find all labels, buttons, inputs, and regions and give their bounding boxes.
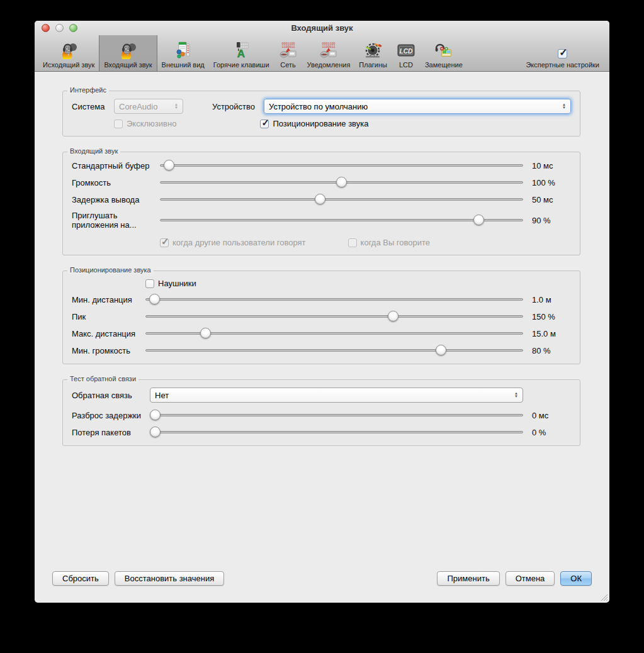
resize-grip[interactable]: [599, 593, 607, 601]
headphones-checkbox[interactable]: Наушники: [145, 279, 196, 288]
toolbar-item-network[interactable]: 0001100 1100011 Сеть: [274, 35, 303, 71]
max-distance-slider[interactable]: [145, 328, 523, 339]
toolbar-item-label: Сеть: [280, 61, 295, 69]
slider-label: Громкость: [72, 178, 160, 187]
device-select-value: Устройство по умолчанию: [269, 102, 368, 111]
window-header: Входящий звук: [35, 21, 609, 72]
expert-settings-checkbox[interactable]: [558, 49, 567, 59]
ok-button[interactable]: ОК: [560, 571, 592, 586]
overlay-icon: [434, 40, 454, 60]
slider-label: Мин. громкость: [72, 346, 145, 355]
slider-knob[interactable]: [388, 311, 398, 321]
group-interface: Интерфейс Система CoreAudio ▲▼ Устройств…: [62, 79, 580, 137]
toolbar-item-label: Горячие клавиши: [213, 61, 269, 69]
shortcuts-icon: A: [231, 40, 251, 60]
audio-output-icon: [59, 40, 79, 60]
toolbar-item-appearance[interactable]: Внешний вид: [157, 35, 209, 71]
device-select[interactable]: Устройство по умолчанию ▲▼: [264, 99, 571, 114]
slider-track[interactable]: [145, 349, 523, 352]
volume-slider[interactable]: [160, 177, 523, 188]
slider-knob[interactable]: [436, 345, 446, 355]
plugins-icon: [363, 40, 383, 60]
feedback-select[interactable]: Нет ▲▼: [150, 388, 523, 403]
close-button[interactable]: [42, 24, 50, 32]
group-title: Тест обратной связи: [67, 375, 138, 382]
toolbar-item-audio-input[interactable]: Входящий звук: [99, 35, 157, 71]
toolbar-item-messages[interactable]: 0001100 1100011 Уведомления: [303, 35, 355, 71]
min-volume-slider[interactable]: [145, 345, 523, 356]
toolbar-item-overlay[interactable]: Замещение: [421, 35, 467, 71]
slider-value: 15.0 м: [532, 329, 571, 338]
slider-knob[interactable]: [473, 215, 484, 225]
output-delay-slider[interactable]: [160, 194, 523, 205]
lcd-icon: LCD: [396, 40, 416, 60]
slider-knob[interactable]: [336, 177, 347, 187]
reset-button[interactable]: Сбросить: [52, 571, 109, 586]
slider-knob[interactable]: [150, 410, 161, 420]
packet-loss-slider[interactable]: [150, 427, 523, 438]
toolbar-item-plugins[interactable]: Плагины: [354, 35, 392, 71]
exclusive-checkbox[interactable]: Эксклюзивно: [114, 119, 176, 128]
zoom-button[interactable]: [69, 24, 77, 32]
expert-settings-toggle[interactable]: Экспертные настройки: [519, 35, 606, 71]
toolbar-item-label: LCD: [399, 61, 413, 69]
toolbar-item-shortcuts[interactable]: A Горячие клавиши: [209, 35, 274, 71]
toolbar-item-label: Плагины: [359, 61, 387, 69]
toolbar-item-label: Замещение: [425, 61, 463, 69]
delay-variance-slider[interactable]: [150, 410, 523, 421]
toolbar-item-lcd[interactable]: LCD LCD: [392, 35, 421, 71]
slider-value: 1.0 м: [532, 295, 571, 304]
apply-button[interactable]: Применить: [437, 571, 499, 586]
group-title: Интерфейс: [67, 86, 109, 94]
bloom-slider[interactable]: [145, 311, 523, 322]
appearance-icon: [173, 40, 193, 60]
slider-value: 0 %: [532, 428, 571, 437]
slider-knob[interactable]: [149, 294, 160, 304]
slider-value: 80 %: [532, 346, 571, 355]
slider-track[interactable]: [150, 414, 523, 416]
slider-label: Стандартный буфер: [72, 161, 160, 170]
positional-audio-checkbox[interactable]: Позиционирование звука: [260, 119, 368, 128]
slider-value: 100 %: [532, 178, 571, 187]
attenuate-others-talk-checkbox[interactable]: когда другие пользователи говорят: [160, 238, 306, 247]
audio-input-icon: [118, 40, 138, 60]
checkbox-box: [348, 238, 357, 247]
attenuate-apps-slider[interactable]: [160, 215, 523, 226]
attenuate-you-talk-checkbox[interactable]: когда Вы говорите: [348, 238, 430, 247]
slider-track[interactable]: [160, 198, 523, 201]
dialog-buttons: Сбросить Восстановить значения Применить…: [52, 571, 592, 586]
feedback-label: Обратная связь: [72, 391, 150, 400]
min-distance-slider[interactable]: [145, 294, 523, 305]
checkbox-box: [160, 238, 169, 247]
slider-track[interactable]: [160, 164, 523, 167]
toolbar-item-audio-output[interactable]: Исходящий звук: [38, 35, 99, 71]
minimize-button[interactable]: [55, 24, 64, 32]
slider-track[interactable]: [145, 298, 523, 301]
attenuate-others-talk-label: когда другие пользователи говорят: [172, 238, 306, 247]
system-select-value: CoreAudio: [119, 102, 157, 111]
exclusive-label: Эксклюзивно: [127, 119, 176, 128]
slider-track[interactable]: [150, 431, 523, 433]
titlebar: Входящий звук: [35, 21, 609, 35]
slider-knob[interactable]: [150, 427, 161, 437]
slider-label: Приглушать приложения на...: [72, 211, 160, 230]
combo-arrows-icon: ▲▼: [509, 392, 518, 398]
slider-knob[interactable]: [200, 328, 211, 338]
toolbar-item-label: Уведомления: [307, 61, 351, 69]
expert-settings-label: Экспертные настройки: [526, 61, 599, 69]
restore-defaults-button[interactable]: Восстановить значения: [115, 571, 224, 586]
system-select[interactable]: CoreAudio ▲▼: [114, 99, 183, 114]
checkbox-box: [145, 279, 154, 288]
cancel-button[interactable]: Отмена: [506, 571, 555, 586]
system-label: Система: [72, 102, 114, 111]
slider-track[interactable]: [145, 315, 523, 318]
group-positional-audio: Позиционирование звука Наушники Мин. дис…: [62, 259, 580, 364]
slider-knob[interactable]: [315, 194, 325, 204]
network-icon: 0001100 1100011: [278, 40, 298, 60]
slider-knob[interactable]: [164, 160, 174, 170]
slider-label: Пик: [72, 312, 145, 321]
checkbox-box: [260, 120, 269, 128]
slider-track[interactable]: [160, 219, 523, 221]
default-jitter-buffer-slider[interactable]: [160, 160, 523, 171]
slider-label: Задержка вывода: [72, 195, 160, 204]
